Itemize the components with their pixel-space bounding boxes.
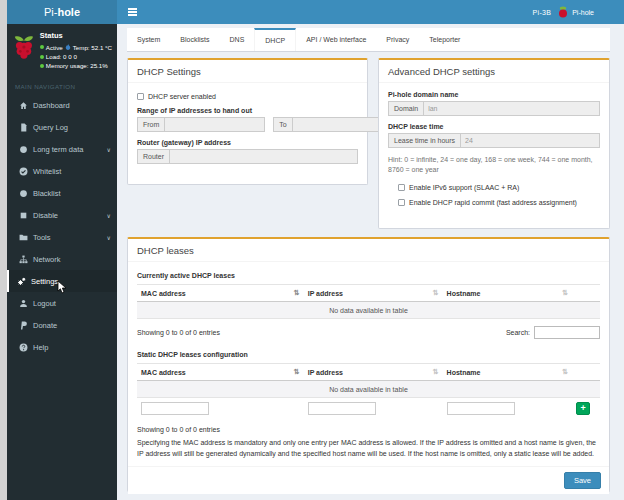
ipv6-checkbox[interactable] <box>398 184 405 191</box>
navbar-body: Pi-3B Pi-hole <box>117 0 624 24</box>
status-ok-icon <box>40 55 44 59</box>
range-label: Range of IP addresses to hand out <box>137 107 358 114</box>
domain-label: Pi-hole domain name <box>388 91 600 98</box>
dhcp-enabled-checkbox[interactable] <box>137 93 144 100</box>
sidebar-item-label: Settings <box>31 277 58 286</box>
advanced-dhcp-panel: Advanced DHCP settings Pi-hole domain na… <box>378 58 610 229</box>
range-from-input <box>164 117 265 132</box>
sort-icon: ⇅ <box>562 368 568 376</box>
check-circle-icon <box>18 166 28 176</box>
col-mac-address[interactable]: MAC address⇅ <box>137 285 304 302</box>
sidebar-item-label: Long term data <box>33 145 83 154</box>
status-line-load: Load: 0 0 0 <box>40 53 112 60</box>
static-mac-input[interactable] <box>141 402 209 415</box>
status-ok-icon <box>40 45 44 49</box>
showing-entries-label: Showing 0 to 0 of 0 entries <box>137 329 220 336</box>
sidebar-item-settings[interactable]: Settings <box>7 270 117 292</box>
router-addon: Router <box>137 149 169 164</box>
hostname-label: Pi-3B <box>533 9 552 16</box>
add-static-lease-button[interactable]: + <box>576 402 590 415</box>
col-mac-address[interactable]: MAC address⇅ <box>137 364 304 381</box>
empty-table-message: No data available in table <box>137 381 600 398</box>
col-ip-address[interactable]: IP address⇅ <box>304 364 443 381</box>
sidebar-item-tools[interactable]: Tools ∨ <box>7 226 117 248</box>
static-hostname-input[interactable] <box>447 402 515 415</box>
tab-privacy[interactable]: Privacy <box>376 28 419 51</box>
static-leases-table: MAC address⇅ IP address⇅ Hostname⇅ No da… <box>137 363 600 420</box>
sort-icon: ⇅ <box>433 368 439 376</box>
tab-dhcp[interactable]: DHCP <box>254 28 296 51</box>
dhcp-settings-panel: DHCP Settings DHCP server enabled Range … <box>127 58 368 185</box>
tab-system[interactable]: System <box>127 28 170 51</box>
status-load-label: Load: 0 0 0 <box>46 53 77 60</box>
sidebar-item-label: Network <box>33 255 61 264</box>
sidebar-item-label: Help <box>33 343 48 352</box>
col-actions <box>572 285 600 302</box>
sidebar-item-disable[interactable]: Disable ∨ <box>7 204 117 226</box>
sidebar-item-logout[interactable]: Logout <box>7 292 117 314</box>
main-content: System Blocklists DNS DHCP API / Web int… <box>117 24 624 500</box>
sidebar-item-query-log[interactable]: Query Log <box>7 116 117 138</box>
active-leases-table: MAC address⇅ IP address⇅ Hostname⇅ No da… <box>137 284 600 319</box>
sidebar-item-label: Query Log <box>33 123 68 132</box>
lease-hint-text: Hint: 0 = infinite, 24 = one day, 168 = … <box>388 155 600 175</box>
sidebar-item-blacklist[interactable]: Blacklist <box>7 182 117 204</box>
brand-text-light: Pi- <box>44 6 57 18</box>
sidebar-item-dashboard[interactable]: Dashboard <box>7 94 117 116</box>
session-link[interactable]: Pi-hole <box>558 6 594 18</box>
col-hostname[interactable]: Hostname⇅ <box>443 364 573 381</box>
ban-icon <box>18 188 28 198</box>
tab-dns[interactable]: DNS <box>220 28 255 51</box>
lease-time-label: DHCP lease time <box>388 123 600 130</box>
status-line-active: Active Temp: 52.1 °C <box>40 43 112 51</box>
stop-icon <box>18 210 28 220</box>
save-button[interactable]: Save <box>564 472 601 489</box>
sidebar-item-donate[interactable]: Donate <box>7 314 117 336</box>
router-label: Router (gateway) IP address <box>137 139 358 146</box>
panel-title: Advanced DHCP settings <box>379 60 609 83</box>
sidebar-item-network[interactable]: Network <box>7 248 117 270</box>
lease-time-input <box>460 133 600 148</box>
question-circle-icon <box>18 342 28 352</box>
tab-teleporter[interactable]: Teleporter <box>419 28 470 51</box>
col-ip-address[interactable]: IP address⇅ <box>304 285 443 302</box>
sidebar-toggle-icon[interactable] <box>117 0 147 24</box>
tab-api-web[interactable]: API / Web interface <box>296 28 376 51</box>
sidebar-menu: Dashboard Query Log Long term data ∨ Whi… <box>7 94 117 358</box>
empty-table-message: No data available in table <box>137 302 600 319</box>
to-addon: To <box>273 117 291 132</box>
sidebar: Status Active Temp: 52.1 °C Load: 0 0 0 <box>7 24 117 500</box>
search-label: Search: <box>506 329 530 336</box>
tab-blocklists[interactable]: Blocklists <box>170 28 219 51</box>
brand-logo[interactable]: Pi-hole <box>7 0 117 24</box>
sort-icon: ⇅ <box>294 289 300 297</box>
gears-icon <box>16 276 26 286</box>
dhcp-enabled-label: DHCP server enabled <box>148 93 216 100</box>
sidebar-item-whitelist[interactable]: Whitelist <box>7 160 117 182</box>
status-panel: Status Active Temp: 52.1 °C Load: 0 0 0 <box>7 24 117 77</box>
chevron-down-icon: ∨ <box>107 234 111 241</box>
status-temp-label: Temp: 52.1 °C <box>73 44 112 51</box>
panel-footer: Save <box>128 466 609 494</box>
file-icon <box>18 122 28 132</box>
sidebar-item-label: Dashboard <box>33 101 70 110</box>
sidebar-item-long-term-data[interactable]: Long term data ∨ <box>7 138 117 160</box>
sort-icon: ⇅ <box>433 289 439 297</box>
status-active-label: Active <box>46 44 63 51</box>
rapid-commit-checkbox[interactable] <box>398 199 405 206</box>
sidebar-item-help[interactable]: Help <box>7 336 117 358</box>
brand-text-bold: hole <box>57 6 80 18</box>
window-edge <box>0 0 7 500</box>
showing-entries-label: Showing 0 to 0 of 0 entries <box>137 426 600 433</box>
router-ip-input <box>169 149 358 164</box>
rapid-commit-label: Enable DHCP rapid commit (fast address a… <box>409 199 577 206</box>
search-input[interactable] <box>534 326 600 339</box>
folder-icon <box>18 232 28 242</box>
static-ip-input[interactable] <box>308 402 376 415</box>
status-title: Status <box>40 31 112 40</box>
sidebar-item-label: Disable <box>33 211 58 220</box>
dhcp-leases-panel: DHCP leases Currently active DHCP leases… <box>127 237 610 492</box>
col-hostname[interactable]: Hostname⇅ <box>443 285 573 302</box>
home-icon <box>18 100 28 110</box>
sidebar-item-label: Logout <box>33 299 56 308</box>
